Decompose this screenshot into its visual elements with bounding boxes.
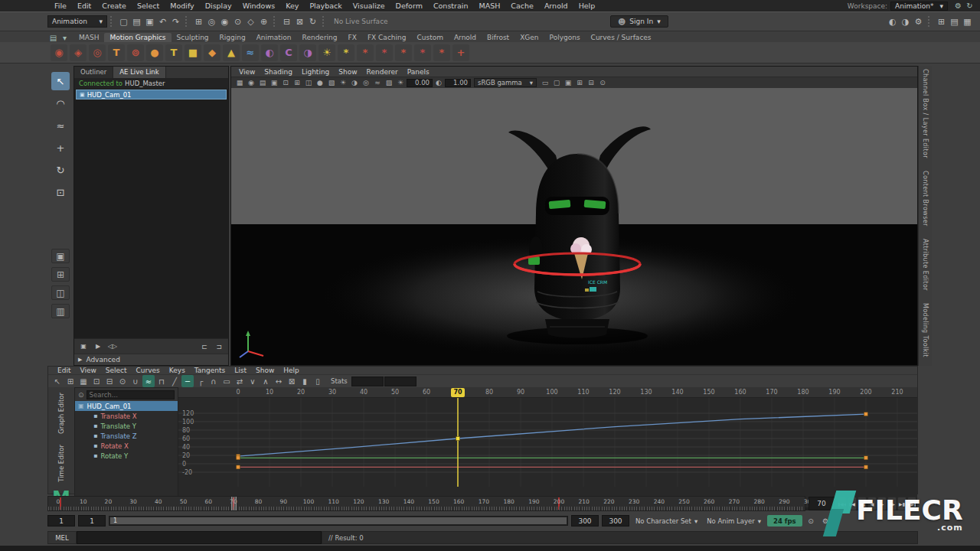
light-sun-icon[interactable]: ☀	[318, 44, 335, 61]
shaded-icon[interactable]: ●	[315, 79, 325, 86]
paint-select-tool[interactable]: ≈	[51, 116, 70, 135]
step-tangents-icon[interactable]: ┌	[194, 375, 207, 387]
point-light-icon[interactable]: *	[338, 44, 354, 61]
shelf-tab[interactable]: FX Caching	[362, 33, 412, 42]
redo-icon[interactable]: ↷	[169, 15, 182, 28]
shelf-tab[interactable]: Rigging	[214, 33, 251, 42]
layout-outliner-persp[interactable]: ▥	[51, 304, 70, 318]
shelf-tab[interactable]: XGen	[514, 33, 544, 42]
graph-menu-item[interactable]: Select	[101, 367, 132, 374]
unify-tangents-icon[interactable]: ∧	[260, 375, 272, 387]
keyframe-marker[interactable]	[237, 465, 240, 469]
camera-attributes-icon[interactable]: ▤	[257, 79, 268, 86]
gate-mask-icon[interactable]: ▣	[563, 79, 573, 86]
snap-to-curve-icon[interactable]: ◎	[205, 15, 218, 28]
wireframe-icon[interactable]: ◫	[303, 79, 314, 86]
graph-menu-item[interactable]: Curves	[132, 367, 165, 374]
construction-history-icon[interactable]: ↻	[306, 15, 319, 28]
ipr-render-icon[interactable]: ◑	[899, 15, 912, 28]
character-set-selector[interactable]: No Character Set ▾	[632, 517, 701, 525]
graph-plot-area[interactable]: 70 0102030405060708090100110120130140150…	[178, 387, 917, 510]
output-connections-icon[interactable]: ⊠	[293, 15, 306, 28]
anim-layer-selector[interactable]: No Anim Layer ▾	[704, 517, 764, 525]
menu-item[interactable]: Visualize	[348, 2, 390, 10]
snap-to-projected-center-icon[interactable]: ⊙	[231, 15, 244, 28]
graph-menu-item[interactable]: Keys	[165, 367, 190, 374]
buffer-curve-snapshot-icon[interactable]: ▭	[220, 375, 233, 387]
graph-menu-item[interactable]: Tangents	[190, 367, 230, 374]
playback-start-field[interactable]	[78, 515, 106, 527]
rotate-tool[interactable]: ↻	[51, 161, 70, 179]
pencil-curve-icon[interactable]: ▲	[223, 44, 240, 61]
exposure-icon[interactable]: ☀	[395, 79, 406, 86]
viewport-menu-item[interactable]: Renderer	[362, 68, 403, 76]
graph-menu-item[interactable]: Show	[251, 367, 279, 374]
image-plane-icon[interactable]: ⊡	[280, 79, 291, 86]
dock-tab[interactable]: Content Browser	[922, 171, 929, 227]
motion-blur-icon[interactable]: ≈	[372, 79, 383, 86]
shelf-tab[interactable]: Bifrost	[482, 33, 514, 42]
poly-cube-icon[interactable]: ■	[185, 44, 201, 61]
poly-sphere-icon[interactable]: ●	[146, 44, 163, 61]
flat-tangents-icon[interactable]: ─	[181, 375, 194, 387]
range-slider-track[interactable]: 1	[109, 516, 568, 526]
lattice-deform-keys-tool-icon[interactable]: ▦	[77, 375, 90, 387]
isolate-select-icon[interactable]: ⊙	[597, 79, 608, 86]
viewport-menu-item[interactable]: Shading	[260, 68, 297, 76]
magnet-deformer-icon[interactable]: ◐	[261, 44, 278, 61]
safe-action-icon[interactable]: ⊟	[586, 79, 596, 86]
stats-time-field[interactable]	[351, 377, 384, 386]
keyframe-marker[interactable]	[864, 456, 868, 460]
layout-four-pane[interactable]: ⊞	[51, 267, 70, 282]
snap-to-grid-icon[interactable]: ⊞	[192, 15, 205, 28]
shelf-tab[interactable]: Animation	[251, 33, 297, 42]
dock-right-icon[interactable]: ⊐	[214, 341, 224, 352]
c-mesh-icon[interactable]: ◑	[299, 44, 316, 61]
outliner-selected-item[interactable]: ▣ HUD_Cam_01	[76, 90, 227, 99]
value-snap-icon[interactable]: ▯	[312, 375, 324, 387]
c-loop-icon[interactable]: C	[280, 44, 297, 61]
gamma-field[interactable]	[445, 79, 471, 87]
frame-playback-range-icon[interactable]: ⊟	[103, 375, 116, 387]
animation-end-field[interactable]	[602, 515, 629, 527]
panel-tab[interactable]: Time Editor	[57, 445, 65, 482]
menu-item[interactable]: Display	[200, 2, 237, 10]
view-transform-selector[interactable]: sRGB gamma ▾	[474, 78, 537, 87]
command-input[interactable]	[77, 531, 322, 544]
graph-menu-item[interactable]: View	[75, 367, 100, 374]
channel-box-toggle-icon[interactable]: ▦	[961, 15, 974, 28]
shelf-menu-icon[interactable]: ▤	[47, 34, 59, 42]
curve-warp-icon[interactable]: ≈	[242, 44, 259, 61]
mash-preset-ring-icon[interactable]: *	[376, 44, 393, 61]
workspace-reset-icon[interactable]: ↻	[964, 2, 975, 10]
menu-item[interactable]: Help	[573, 2, 601, 10]
mash-preset-random-icon[interactable]: *	[433, 44, 450, 61]
save-scene-icon[interactable]: ▣	[143, 15, 156, 28]
shelf-tab[interactable]: Sculpting	[172, 33, 214, 42]
channel-row[interactable]: ▪ Translate Y	[75, 421, 178, 431]
dock-tab[interactable]: Channel Box / Layer Editor	[922, 69, 929, 158]
timeslider-playhead[interactable]	[231, 497, 237, 510]
viewport-menu-item[interactable]: Show	[334, 68, 361, 76]
viewport-menu-item[interactable]: Panels	[403, 68, 434, 76]
menu-item[interactable]: Cache	[505, 2, 539, 10]
live-link-sync-icon[interactable]: ▣	[78, 341, 89, 352]
2d-pan-zoom-icon[interactable]: ⊞	[292, 79, 302, 86]
shelf-options-icon[interactable]: ▾	[59, 34, 70, 42]
clamped-tangents-icon[interactable]: ⊓	[155, 375, 168, 387]
auto-keyframe-icon[interactable]: ⊙	[805, 515, 817, 527]
snap-to-point-icon[interactable]: ◉	[218, 15, 231, 28]
graph-menu-item[interactable]: Help	[279, 367, 304, 374]
shadows-icon[interactable]: ◑	[349, 79, 360, 86]
field-chart-icon[interactable]: ⊞	[574, 79, 585, 86]
swap-buffer-curve-icon[interactable]: ⇄	[234, 375, 246, 387]
render-settings-icon[interactable]: ⚙	[912, 15, 925, 28]
menu-item[interactable]: Edit	[72, 2, 96, 10]
graph-playhead-flag[interactable]: 70	[451, 388, 465, 397]
menu-item[interactable]: Select	[132, 2, 165, 10]
shelf-tab[interactable]: Custom	[411, 33, 448, 42]
dock-tab[interactable]: Modeling Toolkit	[922, 303, 929, 357]
move-nearest-picked-key-tool-icon[interactable]: ↖	[51, 375, 64, 387]
type-tool-icon[interactable]: T	[108, 44, 125, 61]
time-snap-icon[interactable]: ▮	[299, 375, 311, 387]
